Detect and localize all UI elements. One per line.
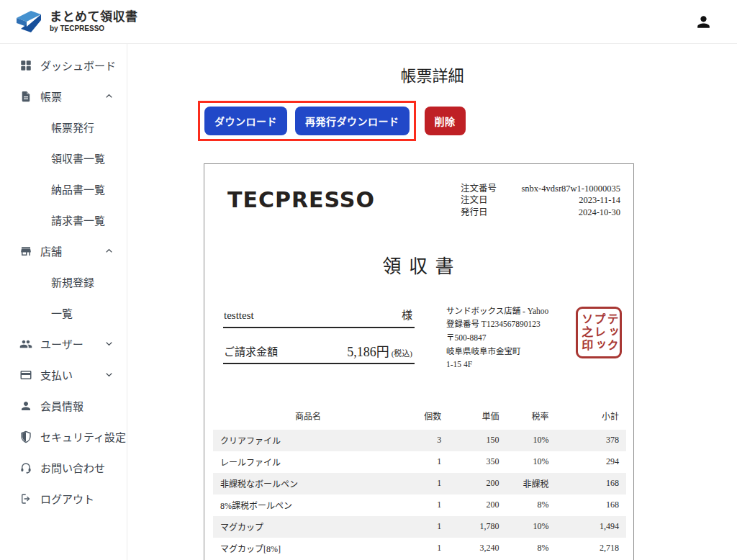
cell-product: マグカップ xyxy=(213,516,403,538)
customer-name: testtest xyxy=(224,310,254,322)
store-icon xyxy=(19,245,32,258)
cell-tax-rate: 8% xyxy=(507,538,556,559)
sidebar-item-receipt-list[interactable]: 領収書一覧 xyxy=(0,143,127,173)
col-header-unit-price: 単価 xyxy=(448,406,506,430)
chevron-up-icon xyxy=(104,245,114,256)
order-number-label: 注文番号 xyxy=(461,183,497,194)
issue-date-value: 2024-10-30 xyxy=(579,207,620,218)
cell-tax-rate: 10% xyxy=(507,451,556,473)
cell-subtotal: 378 xyxy=(556,430,626,451)
table-row: レールファイル 1 350 10% 294 xyxy=(213,451,626,473)
sidebar-item-label: 領収書一覧 xyxy=(51,150,105,166)
app-subtitle: by TECPRESSO xyxy=(50,24,138,33)
table-row: 非課税なボールペン 1 200 非課税 168 xyxy=(213,473,626,494)
shield-icon xyxy=(19,430,32,443)
order-date-value: 2023-11-14 xyxy=(579,194,620,206)
action-button-row: ダウンロード 再発行ダウンロード 削除 xyxy=(198,101,737,141)
cell-quantity: 3 xyxy=(403,430,448,451)
sidebar-item-report-issue[interactable]: 帳票発行 xyxy=(0,112,127,143)
seller-address-line1: 岐阜県岐阜市金宝町 xyxy=(446,345,569,358)
sidebar-item-invoice-list[interactable]: 請求書一覧 xyxy=(0,204,127,235)
sidebar-item-label: 店舗 xyxy=(40,243,62,258)
cell-quantity: 1 xyxy=(403,538,448,559)
document-icon xyxy=(19,90,32,103)
amount-value: 5,186円 xyxy=(347,346,389,358)
company-seal-stamp: テック プレッ ソ之印 xyxy=(576,307,622,358)
seller-info: サンドボックス店舗 - Yahoo 登録番号 T1234567890123 〒5… xyxy=(446,304,569,371)
amount-label: ご請求金額 xyxy=(224,343,278,358)
sidebar-item-label: ユーザー xyxy=(40,336,83,351)
delete-button[interactable]: 削除 xyxy=(425,107,466,135)
chevron-down-icon xyxy=(104,369,114,380)
honorific: 様 xyxy=(402,307,412,322)
col-header-product: 商品名 xyxy=(213,406,403,430)
cell-subtotal: 1,494 xyxy=(556,516,626,538)
sidebar-item-security[interactable]: セキュリティ設定 xyxy=(0,421,127,452)
order-number-row: 注文番号 snbx-4vdsr87w1-10000035 xyxy=(461,183,620,194)
sidebar-item-delivery-list[interactable]: 納品書一覧 xyxy=(0,173,127,204)
sidebar-item-label: 納品書一覧 xyxy=(51,181,105,197)
col-header-quantity: 個数 xyxy=(403,406,448,430)
page-title: 帳票詳細 xyxy=(127,63,737,86)
sidebar-item-label: 会員情報 xyxy=(40,398,83,413)
col-header-tax-rate: 税率 xyxy=(507,406,556,430)
sidebar-item-logout[interactable]: ログアウト xyxy=(0,483,127,514)
receipt-doc-title: 領 収 書 xyxy=(217,251,620,278)
users-icon xyxy=(19,338,32,351)
table-row: マグカップ[8%] 1 3,240 8% 2,718 xyxy=(213,538,626,559)
sidebar-item-users[interactable]: ユーザー xyxy=(0,328,127,359)
sidebar-item-contact[interactable]: お問い合わせ xyxy=(0,452,127,483)
amount-tax-note: (税込) xyxy=(392,347,412,358)
download-button[interactable]: ダウンロード xyxy=(204,107,287,135)
card-icon xyxy=(19,369,32,381)
stamp-column: プレッ xyxy=(592,313,605,352)
cell-unit-price: 1,780 xyxy=(448,516,506,538)
cell-product: マグカップ[8%] xyxy=(213,538,403,559)
cell-tax-rate: 非課税 xyxy=(507,473,556,494)
headset-icon xyxy=(19,461,32,474)
logo-icon xyxy=(14,8,43,35)
account-button[interactable] xyxy=(695,13,713,31)
chevron-down-icon xyxy=(104,338,114,349)
cell-quantity: 1 xyxy=(403,473,448,494)
cell-subtotal: 168 xyxy=(556,494,626,516)
table-row: 8%課税ボールペン 1 200 8% 168 xyxy=(213,494,626,516)
app-title: まとめて領収書 xyxy=(50,10,138,24)
sidebar-item-dashboard[interactable]: ダッシュボード xyxy=(0,50,127,81)
table-row: クリアファイル 3 150 10% 378 xyxy=(213,430,626,451)
annotation-highlight: ダウンロード 再発行ダウンロード xyxy=(198,101,416,141)
sidebar-item-label: 支払い xyxy=(40,367,73,382)
sidebar-item-store-list[interactable]: 一覧 xyxy=(0,297,127,328)
issue-date-label: 発行日 xyxy=(461,207,488,218)
sidebar-item-payment[interactable]: 支払い xyxy=(0,359,127,390)
person-icon xyxy=(19,399,32,412)
cell-product: 8%課税ボールペン xyxy=(213,494,403,516)
cell-unit-price: 350 xyxy=(448,451,506,473)
sidebar-item-member-info[interactable]: 会員情報 xyxy=(0,390,127,421)
sidebar-item-label: ログアウト xyxy=(40,491,94,506)
cell-quantity: 1 xyxy=(403,516,448,538)
sidebar-item-label: 一覧 xyxy=(51,305,73,320)
chevron-up-icon xyxy=(104,91,114,101)
sidebar-item-store[interactable]: 店舗 xyxy=(0,235,127,266)
stamp-column: テック xyxy=(605,313,618,352)
stamp-column: ソ之印 xyxy=(580,313,593,352)
receipt-brand-logo: TECPRESSO xyxy=(227,187,375,218)
dashboard-icon xyxy=(19,59,32,72)
items-table-header-row: 商品名 個数 単価 税率 小計 xyxy=(213,406,626,430)
main-content: 帳票詳細 ダウンロード 再発行ダウンロード 削除 TECPRESSO 注文番号 … xyxy=(127,44,737,560)
sidebar-item-reports[interactable]: 帳票 xyxy=(0,81,127,112)
cell-unit-price: 3,240 xyxy=(448,538,506,559)
sidebar-item-label: 請求書一覧 xyxy=(51,212,105,227)
sidebar-item-store-new[interactable]: 新規登録 xyxy=(0,266,127,297)
reissue-download-button[interactable]: 再発行ダウンロード xyxy=(295,107,410,135)
sidebar-item-label: セキュリティ設定 xyxy=(40,429,126,444)
seller-address-line2: 1-15 4F xyxy=(446,358,569,371)
sidebar-item-label: 帳票発行 xyxy=(51,119,94,135)
amount-row: ご請求金額 5,186円 (税込) xyxy=(223,343,415,364)
seller-registration-number: 登録番号 T1234567890123 xyxy=(446,317,569,331)
customer-name-row: testtest 様 xyxy=(223,307,415,328)
sidebar: ダッシュボード 帳票 帳票発行 領収書一覧 納品書一覧 請求書一覧 xyxy=(0,44,127,560)
app-header: まとめて領収書 by TECPRESSO xyxy=(0,0,737,44)
cell-unit-price: 200 xyxy=(448,473,506,494)
